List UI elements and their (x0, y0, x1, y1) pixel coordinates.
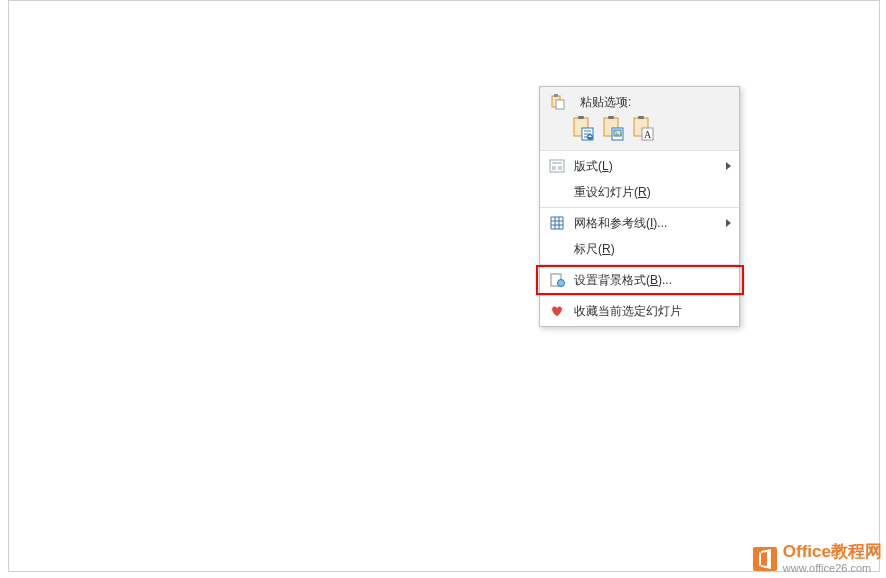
svg-rect-2 (556, 100, 564, 109)
paste-picture-icon[interactable] (602, 115, 624, 144)
divider (540, 207, 739, 208)
paste-options-label: 粘贴选项: (580, 94, 631, 111)
format-background-icon (548, 271, 566, 289)
menu-item-ruler[interactable]: 标尺(R) (540, 236, 739, 262)
chevron-right-icon (726, 162, 731, 170)
paste-icon (548, 93, 566, 111)
ruler-label: 标尺(R) (574, 241, 731, 258)
paste-keep-source-icon[interactable] (572, 115, 594, 144)
reset-slide-label: 重设幻灯片(R) (574, 184, 731, 201)
menu-item-reset-slide[interactable]: 重设幻灯片(R) (540, 179, 739, 205)
svg-rect-4 (578, 116, 584, 119)
chevron-right-icon (726, 219, 731, 227)
format-background-label: 设置背景格式(B)... (574, 272, 731, 289)
svg-point-21 (558, 280, 565, 287)
svg-rect-1 (554, 94, 558, 97)
heart-icon (548, 302, 566, 320)
office-logo-icon (751, 545, 779, 573)
divider (540, 295, 739, 296)
slide-canvas[interactable] (8, 0, 880, 572)
svg-text:A: A (644, 129, 652, 140)
menu-item-layout[interactable]: 版式(L) (540, 153, 739, 179)
divider (540, 264, 739, 265)
paste-options-icons: A (548, 111, 731, 148)
svg-rect-8 (608, 116, 614, 119)
paste-text-icon[interactable]: A (632, 115, 654, 144)
layout-icon (548, 157, 566, 175)
watermark-title: Office教程网 (783, 543, 882, 562)
favorite-slide-label: 收藏当前选定幻灯片 (574, 303, 731, 320)
paste-options-header: 粘贴选项: (540, 87, 739, 151)
menu-item-format-background[interactable]: 设置背景格式(B)... (540, 267, 739, 293)
svg-rect-13 (638, 116, 644, 119)
watermark-url: www.office26.com (783, 562, 882, 574)
empty-icon (548, 240, 566, 258)
grid-icon (548, 214, 566, 232)
svg-rect-17 (552, 162, 562, 164)
menu-item-grid-guides[interactable]: 网格和参考线(I)... (540, 210, 739, 236)
svg-rect-19 (558, 166, 562, 170)
context-menu: 粘贴选项: (539, 86, 740, 327)
svg-rect-18 (552, 166, 556, 170)
menu-item-favorite-slide[interactable]: 收藏当前选定幻灯片 (540, 298, 739, 324)
svg-point-11 (615, 131, 617, 133)
empty-icon (548, 183, 566, 201)
watermark: Office教程网 www.office26.com (751, 543, 882, 574)
layout-label: 版式(L) (574, 158, 726, 175)
grid-guides-label: 网格和参考线(I)... (574, 215, 726, 232)
